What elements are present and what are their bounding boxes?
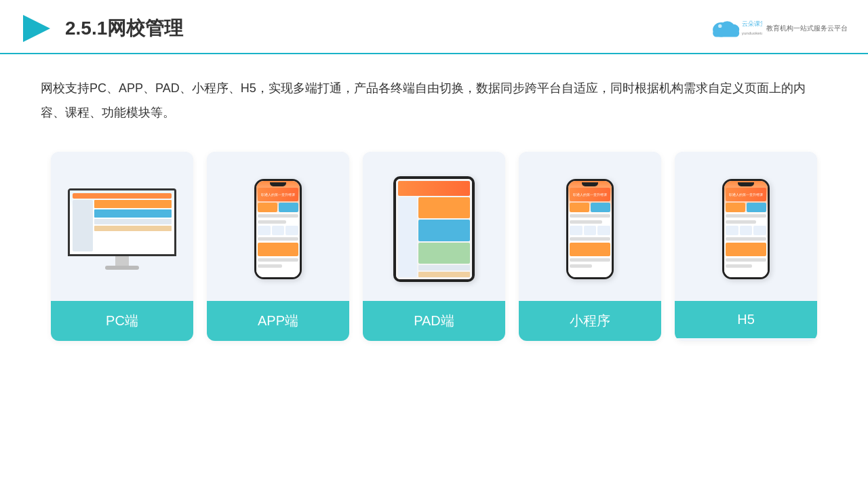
card-pc: PC端	[51, 152, 193, 341]
card-app-image: 职通人的第一堂升维课	[207, 152, 349, 301]
logo-text: 教育机构一站式服务云平台	[766, 24, 848, 33]
svg-point-5	[718, 24, 722, 28]
card-app-label: APP端	[207, 301, 349, 341]
play-icon	[20, 12, 53, 45]
card-h5-image: 职通人的第一堂升维课	[675, 152, 817, 301]
card-pc-image	[51, 152, 193, 301]
card-h5: 职通人的第一堂升维课	[675, 152, 817, 341]
svg-rect-4	[713, 30, 739, 37]
card-pad: PAD端	[363, 152, 505, 341]
card-h5-label: H5	[675, 301, 817, 338]
svg-text:yunduoketang.com: yunduoketang.com	[742, 30, 762, 35]
card-app: 职通人的第一堂升维课	[207, 152, 349, 341]
cards-section: PC端 职通人的第一堂升维课	[0, 138, 868, 354]
cloud-logo: 云朵课堂 yunduoketang.com	[708, 16, 762, 41]
description: 网校支持PC、APP、PAD、小程序、H5，实现多端打通，产品各终端自由切换，数…	[0, 54, 868, 138]
phone-mockup-app: 职通人的第一堂升维课	[254, 179, 302, 279]
card-pad-label: PAD端	[363, 301, 505, 341]
header: 2.5.1网校管理 云朵课堂 yunduoketang.com 教育机构一站式服…	[0, 0, 868, 54]
phone-mockup-miniprogram: 职通人的第一堂升维课	[566, 179, 614, 279]
page-title: 2.5.1网校管理	[65, 16, 183, 41]
card-pad-image	[363, 152, 505, 301]
tablet-mockup	[393, 176, 475, 282]
card-miniprogram-image: 职通人的第一堂升维课	[519, 152, 661, 301]
logo-area: 云朵课堂 yunduoketang.com 教育机构一站式服务云平台	[708, 16, 848, 41]
svg-text:云朵课堂: 云朵课堂	[742, 20, 762, 27]
monitor-mockup	[68, 188, 176, 270]
card-pc-label: PC端	[51, 301, 193, 341]
card-miniprogram-label: 小程序	[519, 301, 661, 341]
logo-tagline: 教育机构一站式服务云平台	[766, 24, 848, 33]
description-text: 网校支持PC、APP、PAD、小程序、H5，实现多端打通，产品各终端自由切换，数…	[41, 76, 827, 125]
header-left: 2.5.1网校管理	[20, 12, 183, 45]
card-miniprogram: 职通人的第一堂升维课	[519, 152, 661, 341]
logo-icon: 云朵课堂 yunduoketang.com 教育机构一站式服务云平台	[708, 16, 848, 41]
svg-marker-0	[23, 15, 50, 42]
phone-mockup-h5: 职通人的第一堂升维课	[722, 179, 770, 279]
monitor-screen	[68, 188, 176, 256]
